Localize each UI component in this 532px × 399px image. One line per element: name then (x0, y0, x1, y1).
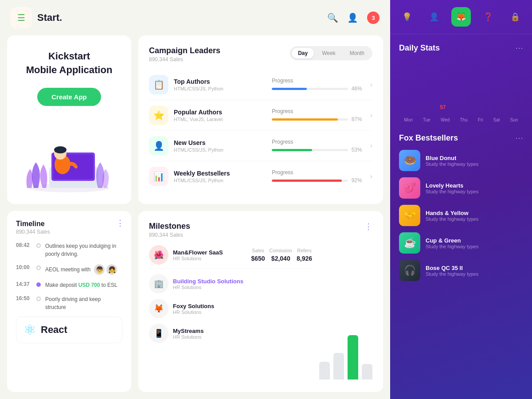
milestones-subtitle: 890,344 Sales (149, 232, 190, 238)
tab-week[interactable]: Week (316, 48, 341, 59)
refers-col: Refers 8,926 (297, 248, 312, 262)
row-icon-weekly-bestsellers: 📊 (149, 167, 168, 186)
fox-bestsellers-section: Fox Bestsellers ⋯ 🍩 Blue Donut Study the… (399, 133, 523, 281)
illustration (20, 122, 118, 193)
question-mark-icon: ❓ (483, 12, 493, 22)
notification-badge[interactable]: 3 (367, 12, 379, 24)
lock-icon: 🔒 (510, 12, 520, 22)
table-row: 🏢 Building Studio Solutions HR Solutions (149, 274, 312, 293)
bestseller-thumb-hands-yellow: 🤝 (399, 205, 420, 226)
brand-name: Start. (37, 12, 62, 23)
search-icon[interactable]: 🔍 (327, 12, 338, 23)
campaign-subtitle: 890,344 Sales (149, 56, 220, 63)
create-app-button[interactable]: Create App (37, 88, 101, 106)
fox-bestsellers-title: Fox Bestsellers (399, 133, 458, 143)
chart-bar (333, 353, 344, 379)
timeline-header: Timeline 890,344 Sales ⋮ (16, 220, 122, 235)
list-item: 08:42 Outlines keep you indulging in poo… (16, 242, 122, 258)
chart-bar (319, 362, 330, 379)
react-badge: ⚛ React (16, 317, 122, 343)
sidebar-nav-lightbulb[interactable]: 💡 (397, 7, 417, 27)
list-item: 14:37 Make deposit USD 700 to ESL (16, 281, 122, 289)
timeline-dot (36, 297, 41, 301)
header-left: ☰ Start. (11, 7, 62, 28)
chart-bars-container: 57 (399, 60, 523, 113)
row-progress-top-authors: Progress 46% (272, 78, 364, 92)
timeline-subtitle: 890,344 Sales (16, 229, 50, 235)
list-item: 🍩 Blue Donut Study the highway types (399, 150, 523, 171)
row-progress-weekly-bestsellers: Progress 92% (272, 169, 364, 184)
milestones-title: Milestones (149, 222, 190, 231)
avatar-group: 👦 👧 (94, 264, 117, 275)
sidebar-nav-lock[interactable]: 🔒 (505, 7, 525, 27)
row-info-popular-authors: Popular Authors HTML, VueJS, Laravel (174, 109, 266, 122)
fox-bestsellers-more-icon[interactable]: ⋯ (515, 133, 523, 143)
table-row: 🌺 Man&Flower SaaS HR Solutions Sales $65… (149, 245, 312, 269)
sidebar-nav-help[interactable]: ❓ (478, 7, 498, 27)
row-icon-top-authors: 📋 (149, 75, 168, 94)
tab-day[interactable]: Day (292, 48, 314, 59)
row-info-top-authors: Top Authors HTML/CSS/JS, Python (174, 78, 266, 91)
chart-bar-highlight (348, 335, 358, 379)
daily-stats-chart: 57 Mon (399, 60, 523, 122)
list-item: 🤝 Hands & Yellow Study the highway types (399, 205, 523, 226)
milestones-more-icon[interactable]: ⋮ (364, 222, 372, 231)
right-sidebar: 💡 👤 🦊 ❓ 🔒 Daily Stats ⋯ (390, 0, 532, 399)
sidebar-body: Daily Stats ⋯ 57 (390, 34, 532, 399)
list-item: 🎧 Bose QC 35 II Study the highway types (399, 260, 523, 281)
daily-stats-more-icon[interactable]: ⋯ (515, 43, 523, 53)
sidebar-nav-fox[interactable]: 🦊 (451, 7, 471, 27)
row-arrow-1[interactable]: › (370, 81, 372, 89)
timeline-more-icon[interactable]: ⋮ (116, 218, 124, 228)
kickstart-title: Kickstart Mobile Application (26, 50, 113, 77)
row-icon-popular-authors: ⭐ (149, 106, 168, 125)
campaign-title-block: Campaign Leaders 890,344 Sales (149, 46, 220, 63)
fox-icon: 🦊 (456, 12, 466, 22)
tab-group: Day Week Month (290, 46, 372, 60)
bestseller-thumb-cup-green: ☕ (399, 232, 420, 254)
milestone-icon-mystreams: 📱 (149, 324, 168, 343)
daily-stats-title: Daily Stats (399, 43, 440, 53)
kickstart-card: Kickstart Mobile Application Create App (7, 35, 131, 204)
row-info-weekly-bestsellers: Weekly Bestsellers HTML/CSS/JS, Python (174, 170, 266, 183)
table-row: 📋 Top Authors HTML/CSS/JS, Python Progre… (149, 70, 372, 100)
svg-point-6 (54, 146, 66, 153)
list-item: 16:50 Poorly driving and keep structure (16, 295, 122, 311)
table-row: 📊 Weekly Bestsellers HTML/CSS/JS, Python… (149, 161, 372, 192)
milestones-content: 🌺 Man&Flower SaaS HR Solutions Sales $65… (149, 245, 372, 381)
row-arrow-2[interactable]: › (370, 111, 372, 119)
campaign-card: Campaign Leaders 890,344 Sales Day Week … (138, 35, 383, 204)
hero-illustration (20, 122, 118, 193)
logo-box: ☰ (11, 7, 32, 28)
list-item: 💕 Lovely Hearts Study the highway types (399, 177, 523, 199)
milestone-icon-foxy: 🦊 (149, 299, 168, 318)
list-item: 10:00 AEOL meeting with 👦 👧 (16, 264, 122, 275)
milestones-chart (319, 245, 372, 381)
chart-day-labels: Mon Tue Wed Thu Fri Sat Sun (399, 117, 523, 122)
sales-col: Sales $650 (251, 248, 265, 262)
bestseller-thumb-lovely-hearts: 💕 (399, 177, 420, 199)
content-area: Kickstart Mobile Application Create App (0, 35, 390, 399)
table-row: 🦊 Foxy Solutions HR Solutions (149, 299, 312, 318)
row-arrow-3[interactable]: › (370, 142, 372, 150)
table-row: 👤 New Users HTML/CSS/JS, Python Progress… (149, 131, 372, 161)
user-profile-icon[interactable]: 👤 (347, 12, 358, 23)
table-row: ⭐ Popular Authors HTML, VueJS, Laravel P… (149, 100, 372, 131)
timeline-dot-active (36, 282, 41, 287)
campaign-header: Campaign Leaders 890,344 Sales Day Week … (149, 46, 372, 63)
sidebar-nav-user[interactable]: 👤 (424, 7, 444, 27)
daily-stats-header: Daily Stats ⋯ (399, 43, 523, 53)
table-row: 📱 MyStreams HR Solutions (149, 324, 312, 343)
row-progress-new-users: Progress 53% (272, 139, 364, 153)
row-icon-new-users: 👤 (149, 136, 168, 156)
react-icon: ⚛ (23, 321, 36, 338)
milestone-icon-building: 🏢 (149, 274, 168, 293)
daily-stats-section: Daily Stats ⋯ 57 (399, 43, 523, 122)
milestones-header: Milestones 890,344 Sales ⋮ (149, 222, 372, 238)
tab-month[interactable]: Month (344, 48, 371, 59)
row-arrow-4[interactable]: › (370, 172, 372, 180)
fox-bestsellers-header: Fox Bestsellers ⋯ (399, 133, 523, 143)
timeline-list: 08:42 Outlines keep you indulging in poo… (16, 242, 122, 311)
peak-value: 57 (440, 104, 446, 110)
timeline-dot (36, 243, 41, 248)
